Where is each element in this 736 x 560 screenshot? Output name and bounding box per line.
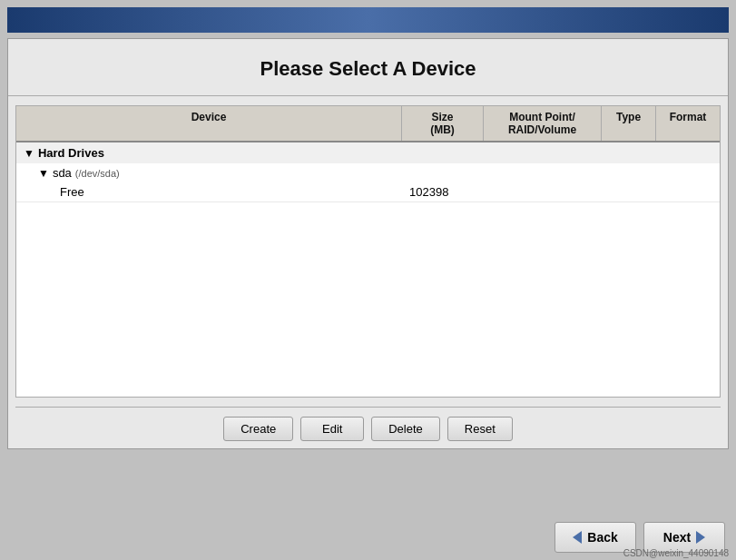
next-label: Next <box>663 530 691 545</box>
edit-button[interactable]: Edit <box>300 417 364 441</box>
cell-type <box>602 182 656 201</box>
reset-button[interactable]: Reset <box>447 417 513 441</box>
device-name: sda <box>53 166 72 180</box>
title-area: Please Select A Device <box>8 39 728 96</box>
top-bar <box>7 7 729 33</box>
cell-mountpoint <box>484 182 602 201</box>
action-buttons: Create Edit Delete Reset <box>15 407 721 448</box>
device-path: (/dev/sda) <box>75 168 120 179</box>
cell-size: 102398 <box>402 182 484 201</box>
table-body: ▼ Hard Drives ▼ sda (/dev/sda) Free 1023… <box>16 142 720 397</box>
watermark: CSDN@weixin_44090148 <box>623 548 729 558</box>
next-arrow-icon <box>696 531 705 544</box>
table-wrapper: Device Size(MB) Mount Point/RAID/Volume … <box>15 105 721 398</box>
back-label: Back <box>587 530 617 545</box>
group-label: Hard Drives <box>38 146 104 160</box>
device-expand-icon: ▼ <box>38 167 49 180</box>
group-expand-icon: ▼ <box>24 147 34 160</box>
col-size: Size(MB) <box>402 106 484 141</box>
table-header: Device Size(MB) Mount Point/RAID/Volume … <box>16 106 720 142</box>
table-row[interactable]: Free 102398 <box>16 182 720 202</box>
col-format: Format <box>656 106 720 141</box>
cell-name: Free <box>16 182 402 201</box>
col-mountpoint: Mount Point/RAID/Volume <box>484 106 602 141</box>
group-hard-drives[interactable]: ▼ Hard Drives <box>16 142 720 163</box>
delete-button[interactable]: Delete <box>371 417 440 441</box>
subgroup-sda[interactable]: ▼ sda (/dev/sda) <box>16 163 720 182</box>
col-type: Type <box>602 106 656 141</box>
cell-format <box>656 182 720 201</box>
back-arrow-icon <box>573 531 582 544</box>
col-device: Device <box>16 106 402 141</box>
create-button[interactable]: Create <box>223 417 293 441</box>
page-title: Please Select A Device <box>17 57 719 81</box>
main-container: Please Select A Device Device Size(MB) M… <box>7 38 729 449</box>
